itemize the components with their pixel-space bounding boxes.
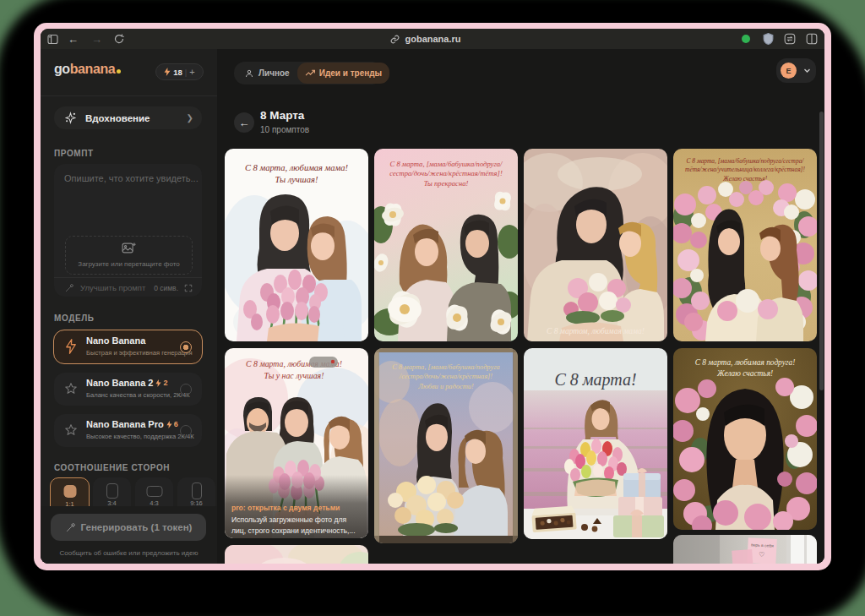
svg-text:Желаю счастья!: Желаю счастья!	[716, 369, 773, 378]
svg-text:pro: открытка с двумя детьми: pro: открытка с двумя детьми	[231, 504, 340, 512]
svg-text:Ты прекрасна!: Ты прекрасна!	[423, 179, 468, 188]
svg-text:С 8 марта!: С 8 марта!	[555, 370, 637, 390]
svg-text:тётя/жена/учительница/коллега/: тётя/жена/учительница/коллега/крёстная]!	[685, 166, 805, 173]
svg-text:сестра/дочь/жена/крёстная/тётя: сестра/дочь/жена/крёстная/тётя]!	[389, 169, 503, 177]
svg-text:/сестра/дочь/жена/крёстная]!: /сестра/дочь/жена/крёстная]!	[399, 373, 492, 380]
svg-text:Ты у нас лучшая!: Ты у нас лучшая!	[264, 371, 324, 380]
svg-text:С 8 марта, [мама/бабушка/подру: С 8 марта, [мама/бабушка/подруга/сестра/	[687, 157, 805, 165]
svg-text:С 8 мартом, любимая мама!: С 8 мартом, любимая мама!	[547, 327, 645, 335]
svg-text:Ты лучшая!: Ты лучшая!	[275, 175, 318, 184]
svg-text:С 8 марта, [мама/бабушка/подру: С 8 марта, [мама/бабушка/подруга	[392, 363, 499, 371]
svg-text:Любви и радости!: Любви и радости!	[417, 383, 474, 390]
svg-text:Используй загруженные фото для: Используй загруженные фото для	[231, 515, 347, 524]
svg-text:♡: ♡	[759, 551, 765, 559]
svg-text:С 8 марта, любимая подруга!: С 8 марта, любимая подруга!	[695, 358, 796, 367]
svg-text:лиц, строго сохрани идентичнос: лиц, строго сохрани идентичность,...	[231, 526, 356, 535]
svg-text:С 8 марта, любимая мама!: С 8 марта, любимая мама!	[244, 163, 348, 172]
svg-text:С 8 марта, [мама/бабушка/подру: С 8 марта, [мама/бабушка/подруга/	[389, 160, 503, 168]
